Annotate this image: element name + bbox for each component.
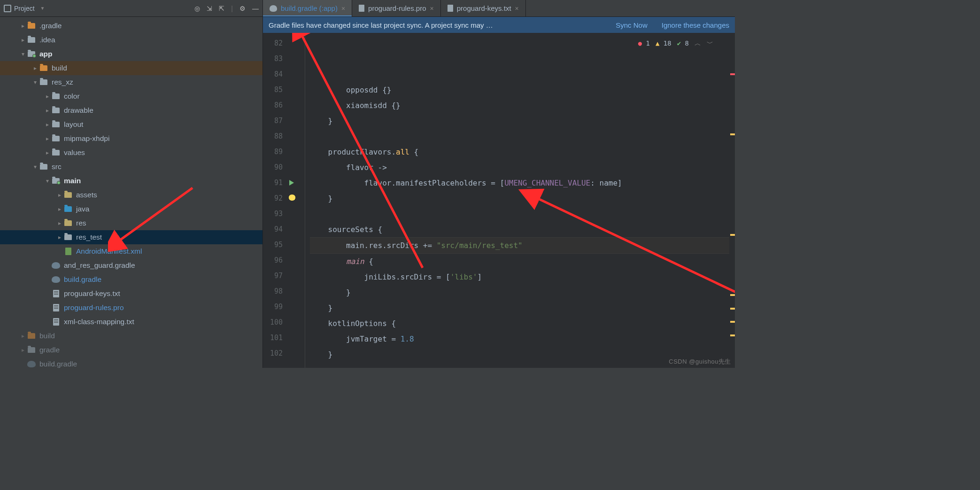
code-line[interactable]: sourceSets { [310, 222, 729, 237]
sync-now-link[interactable]: Sync Now [616, 21, 648, 29]
tree-item-values[interactable]: ▸values [0, 146, 262, 160]
code-editor[interactable]: ● 1 ▲ 18 ✔ 8 ︿ ﹀ opposdd {} xiaomisdd {}… [305, 33, 729, 368]
next-highlight-icon[interactable]: ﹀ [707, 36, 713, 51]
tree-item-main[interactable]: ▾main [0, 174, 262, 188]
close-tab-icon[interactable]: × [430, 5, 434, 12]
code-line[interactable]: } [310, 300, 729, 316]
tab-label: proguard-keys.txt [457, 4, 511, 12]
tree-chevron-icon[interactable]: ▸ [43, 93, 52, 100]
code-line[interactable]: xiaomisdd {} [310, 98, 729, 113]
code-line[interactable]: kotlinOptions { [310, 316, 729, 331]
project-title: Project [14, 5, 35, 12]
code-line[interactable]: main { [310, 254, 729, 269]
tree-chevron-icon[interactable]: ▸ [31, 65, 39, 71]
tree-chevron-icon[interactable]: ▸ [43, 135, 52, 142]
tree-chevron-icon[interactable]: ▾ [31, 79, 39, 86]
divider: | [231, 5, 233, 12]
code-line[interactable]: flavor.manifestPlaceholders = [UMENG_CHA… [310, 175, 729, 191]
tree-item--idea[interactable]: ▸.idea [0, 33, 262, 47]
gradle-icon [270, 5, 277, 12]
collapse-all-icon[interactable]: ⇱ [219, 5, 224, 12]
prev-highlight-icon[interactable]: ︿ [694, 36, 701, 51]
tree-chevron-icon[interactable]: ▸ [43, 121, 52, 128]
code-line[interactable]: } [310, 347, 729, 362]
tree-item-java[interactable]: ▸java [0, 202, 262, 216]
tree-chevron-icon[interactable]: ▸ [19, 333, 27, 339]
tree-item-res[interactable]: ▸res [0, 216, 262, 230]
code-line[interactable]: jniLibs.srcDirs = ['libs'] [310, 269, 729, 285]
tree-item-build-gradle[interactable]: build.gradle [0, 357, 262, 368]
editor-tab-build-gradle-app-[interactable]: build.gradle (:app)× [263, 0, 352, 16]
tree-item-mipmap-xhdpi[interactable]: ▸mipmap-xhdpi [0, 132, 262, 146]
tree-item-color[interactable]: ▸color [0, 89, 262, 103]
tree-chevron-icon[interactable]: ▾ [43, 178, 52, 184]
tree-item-build[interactable]: ▸build [0, 61, 262, 75]
error-stripe[interactable] [729, 33, 735, 368]
code-line[interactable] [310, 206, 729, 222]
tree-chevron-icon[interactable]: ▾ [19, 51, 27, 57]
tree-item-and-res-guard-gradle[interactable]: and_res_guard.gradle [0, 258, 262, 272]
tree-item-proguard-keys-txt[interactable]: proguard-keys.txt [0, 287, 262, 301]
tree-label: gradle [39, 346, 60, 354]
tree-chevron-icon[interactable]: ▾ [31, 163, 39, 170]
code-line[interactable]: productFlavors.all { [310, 144, 729, 160]
run-gutter-icon[interactable] [289, 180, 294, 186]
marker-gutter[interactable] [286, 33, 305, 368]
tree-item-xml-class-mapping-txt[interactable]: xml-class-mapping.txt [0, 315, 262, 329]
code-line[interactable]: main.res.srcDirs += "src/main/res_test" [310, 237, 729, 254]
tree-label: mipmap-xhdpi [64, 134, 109, 143]
tree-chevron-icon[interactable]: ▸ [19, 347, 27, 353]
intention-bulb-icon[interactable] [288, 194, 296, 202]
tree-chevron-icon[interactable]: ▸ [55, 206, 64, 212]
tree-item-res-test[interactable]: ▸res_test [0, 230, 262, 244]
tree-item-res-xz[interactable]: ▾res_xz [0, 75, 262, 89]
tree-item-gradle[interactable]: ▸gradle [0, 343, 262, 357]
tree-item-proguard-rules-pro[interactable]: proguard-rules.pro [0, 301, 262, 315]
notification-message: Gradle files have changed since last pro… [269, 21, 602, 29]
error-indicator[interactable]: ● 1 [638, 36, 650, 51]
code-line[interactable]: jvmTarget = 1.8 [310, 331, 729, 347]
hide-panel-icon[interactable]: — [252, 5, 259, 12]
project-selector[interactable]: Project ▼ [4, 5, 194, 12]
tree-item-layout[interactable]: ▸layout [0, 117, 262, 132]
close-tab-icon[interactable]: × [341, 5, 345, 12]
file-icon [359, 5, 364, 12]
code-line[interactable]: } [310, 285, 729, 300]
settings-gear-icon[interactable]: ⚙ [239, 5, 246, 12]
code-line[interactable]: } [310, 113, 729, 129]
code-line[interactable]: flavor -> [310, 160, 729, 175]
editor-tab-proguard-keys-txt[interactable]: proguard-keys.txt× [441, 0, 526, 16]
tree-chevron-icon[interactable]: ▸ [43, 107, 52, 114]
tree-item-build[interactable]: ▸build [0, 329, 262, 343]
tree-chevron-icon[interactable]: ▸ [19, 23, 27, 29]
weak-warning-indicator[interactable]: ✔ 8 [677, 36, 689, 51]
warning-indicator[interactable]: ▲ 18 [656, 36, 671, 51]
tree-item-src[interactable]: ▾src [0, 160, 262, 174]
tree-chevron-icon[interactable]: ▸ [43, 149, 52, 156]
code-line[interactable]: } [310, 191, 729, 206]
code-line[interactable]: opposdd {} [310, 82, 729, 98]
tree-item-assets[interactable]: ▸assets [0, 188, 262, 202]
expand-all-icon[interactable]: ⇲ [207, 5, 212, 12]
tree-chevron-icon[interactable]: ▸ [55, 220, 64, 226]
chevron-down-icon: ▼ [40, 6, 45, 11]
tree-label: layout [64, 120, 83, 129]
tree-item-build-gradle[interactable]: build.gradle [0, 272, 262, 287]
close-tab-icon[interactable]: × [515, 5, 519, 12]
tree-item-app[interactable]: ▾app [0, 47, 262, 61]
tree-item-drawable[interactable]: ▸drawable [0, 103, 262, 117]
tree-item--gradle[interactable]: ▸.gradle [0, 19, 262, 33]
tree-chevron-icon[interactable]: ▸ [55, 234, 64, 241]
code-line[interactable] [310, 362, 729, 368]
editor-tab-proguard-rules-pro[interactable]: proguard-rules.pro× [352, 0, 441, 16]
line-number-gutter[interactable]: 8283848586878889909192939495969798991001… [263, 33, 286, 368]
tree-chevron-icon[interactable]: ▸ [55, 192, 64, 198]
tree-chevron-icon[interactable]: ▸ [19, 37, 27, 43]
tree-label: proguard-keys.txt [64, 289, 120, 298]
ignore-changes-link[interactable]: Ignore these changes [662, 21, 729, 29]
tree-item-androidmanifest-xml[interactable]: AndroidManifest.xml [0, 244, 262, 258]
locate-icon[interactable]: ◎ [194, 5, 200, 12]
inspection-widget[interactable]: ● 1 ▲ 18 ✔ 8 ︿ ﹀ [636, 35, 715, 52]
code-line[interactable] [310, 129, 729, 144]
project-tree[interactable]: ▸.gradle▸.idea▾app▸build▾res_xz▸color▸dr… [0, 17, 262, 368]
